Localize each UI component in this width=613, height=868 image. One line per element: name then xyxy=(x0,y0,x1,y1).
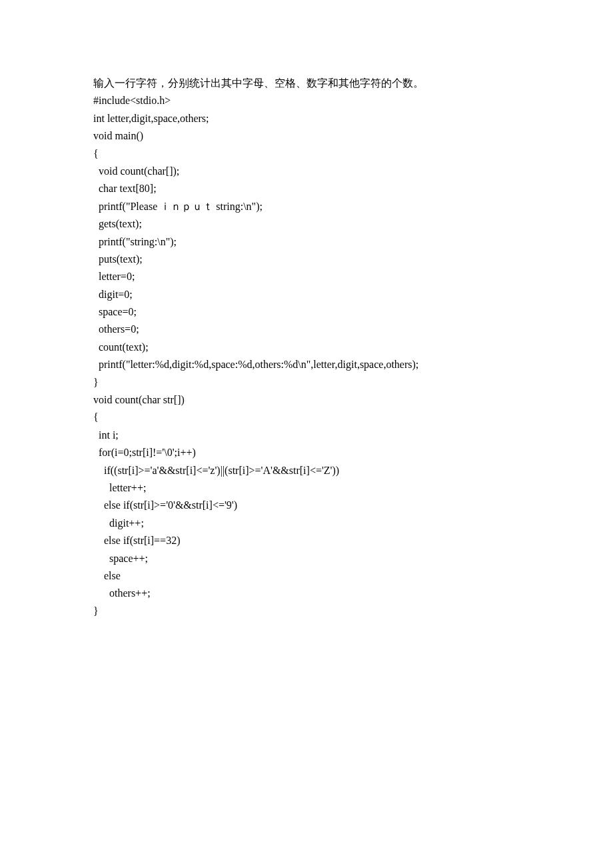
code-line: int i; xyxy=(93,427,520,444)
code-line: } xyxy=(93,374,520,391)
code-line: space++; xyxy=(93,550,520,567)
code-line: { xyxy=(93,145,520,163)
code-line: printf("Please ｉｎｐｕｔ string:\n"); xyxy=(93,198,520,215)
code-line: else if(str[i]==32) xyxy=(93,532,520,549)
code-line: else xyxy=(93,567,520,585)
code-line: else if(str[i]>='0'&&str[i]<='9') xyxy=(93,497,520,514)
code-line: int letter,digit,space,others; xyxy=(93,110,520,127)
code-line: for(i=0;str[i]!='\0';i++) xyxy=(93,444,520,461)
code-line: letter=0; xyxy=(93,268,520,285)
code-line: gets(text); xyxy=(93,215,520,233)
code-line: { xyxy=(93,409,520,426)
code-line: void main() xyxy=(93,127,520,145)
code-line: letter++; xyxy=(93,479,520,497)
code-line: digit=0; xyxy=(93,286,520,303)
code-line: #include<stdio.h> xyxy=(93,92,520,109)
code-line: void count(char str[]) xyxy=(93,391,520,409)
code-line: printf("string:\n"); xyxy=(93,233,520,251)
code-line: puts(text); xyxy=(93,251,520,268)
code-line: printf("letter:%d,digit:%d,space:%d,othe… xyxy=(93,356,520,373)
code-line: void count(char[]); xyxy=(93,163,520,180)
document-page: 输入一行字符，分别统计出其中字母、空格、数字和其他字符的个数。#include<… xyxy=(0,0,613,620)
code-line: digit++; xyxy=(93,515,520,532)
code-line: space=0; xyxy=(93,303,520,321)
code-line: if((str[i]>='a'&&str[i]<='z')||(str[i]>=… xyxy=(93,462,520,479)
code-listing: 输入一行字符，分别统计出其中字母、空格、数字和其他字符的个数。#include<… xyxy=(93,75,520,620)
code-line: 输入一行字符，分别统计出其中字母、空格、数字和其他字符的个数。 xyxy=(93,75,520,92)
code-line: } xyxy=(93,603,520,620)
code-line: count(text); xyxy=(93,339,520,356)
code-line: others=0; xyxy=(93,321,520,338)
code-line: others++; xyxy=(93,585,520,602)
code-line: char text[80]; xyxy=(93,180,520,197)
